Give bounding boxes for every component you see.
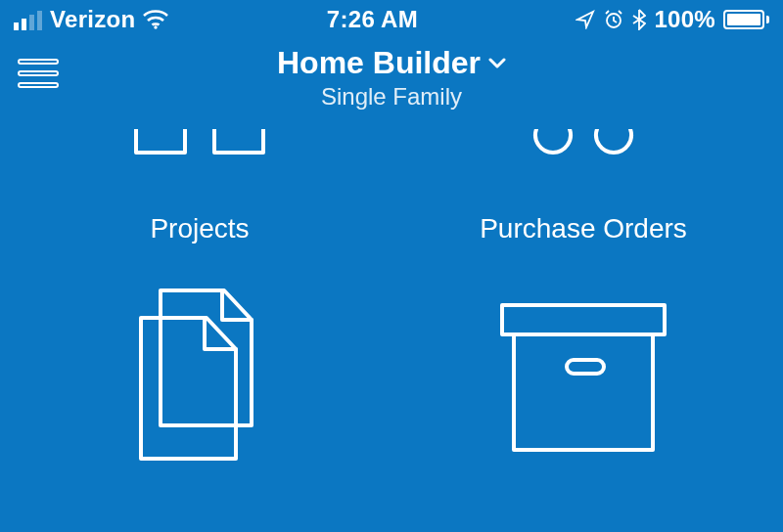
home-grid: Projects Purchase Orders Subcontracts [0,127,783,532]
battery-pct-label: 100% [654,6,715,33]
app-title: Home Builder [277,45,481,81]
svg-rect-2 [502,305,665,334]
status-bar: Verizon 7:26 AM 100% [0,0,783,39]
carrier-label: Verizon [50,6,135,33]
archive-box-icon [392,244,775,509]
clock-label: 7:26 AM [168,6,576,33]
wifi-icon [143,10,168,29]
tile-purchase-receipts[interactable]: Purchase Receipts [392,244,775,532]
svg-rect-4 [567,360,604,374]
tile-subcontracts[interactable]: Subcontracts [8,244,392,532]
tile-label: Projects [150,213,249,244]
tile-label: Purchase Orders [480,213,687,244]
project-subtitle: Single Family [59,83,724,111]
tile-purchase-orders[interactable]: Purchase Orders [392,127,775,244]
cell-signal-icon [14,9,42,30]
battery-icon [723,10,769,29]
menu-button[interactable] [18,59,59,88]
tile-projects[interactable]: Projects [8,127,392,244]
alarm-icon [603,9,624,30]
folder-icon [8,127,392,200]
location-icon [576,10,595,29]
svg-rect-3 [514,334,653,450]
documents-icon [8,244,392,509]
chevron-down-icon [488,58,506,69]
bluetooth-icon [632,9,646,30]
nav-header: Home Builder Single Family [0,39,783,127]
svg-point-0 [155,25,158,28]
handcuffs-icon [392,127,775,200]
project-selector[interactable]: Home Builder [277,45,506,81]
